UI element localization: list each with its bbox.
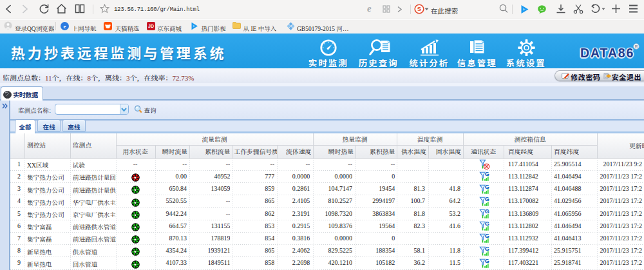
svg-text:R: R [635,44,638,49]
svg-text:G: G [485,184,489,190]
svg-text:G: G [485,233,489,239]
svg-text:JD: JD [148,24,154,28]
svg-text:G: G [485,246,489,252]
svg-text:G: G [485,197,489,202]
svg-text:G: G [485,209,489,215]
svg-text:G: G [485,171,489,177]
svg-text:G: G [485,221,489,227]
svg-text:G: G [485,258,489,264]
svg-text:e: e [64,23,66,29]
svg-text:S: S [417,5,421,12]
